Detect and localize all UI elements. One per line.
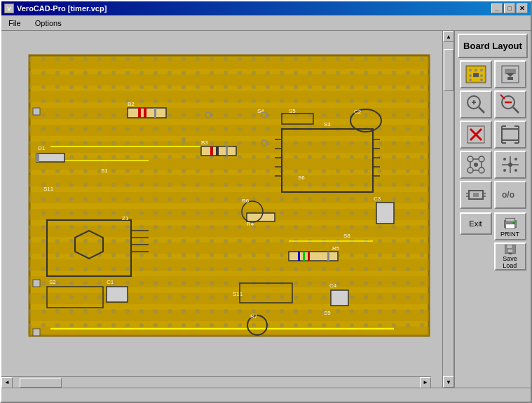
svg-point-130 bbox=[514, 158, 517, 160]
app-icon: V bbox=[4, 4, 14, 13]
close-button[interactable]: ✕ bbox=[517, 4, 528, 13]
svg-rect-96 bbox=[507, 77, 513, 80]
svg-line-100 bbox=[479, 107, 484, 113]
window-frame: V VeroCAD-Pro [timer.vcp] _ □ ✕ File Opt… bbox=[0, 0, 532, 403]
scroll-down-button[interactable]: ▼ bbox=[443, 376, 454, 388]
svg-rect-11 bbox=[36, 153, 64, 162]
route-icon bbox=[465, 153, 487, 176]
menu-options[interactable]: Options bbox=[31, 18, 66, 29]
grid-icon bbox=[499, 153, 521, 176]
scroll-right-button[interactable]: ► bbox=[420, 377, 431, 388]
svg-line-103 bbox=[513, 107, 519, 113]
h-scrollbar-thumb[interactable] bbox=[20, 378, 62, 388]
svg-point-87 bbox=[469, 74, 472, 77]
svg-point-84 bbox=[469, 69, 472, 71]
svg-text:R6: R6 bbox=[242, 198, 250, 204]
svg-point-85 bbox=[475, 69, 477, 71]
ratio-icon: o/o bbox=[499, 184, 521, 206]
scroll-left-button[interactable]: ◄ bbox=[1, 377, 13, 388]
maximize-button[interactable]: □ bbox=[504, 4, 515, 13]
zoom-in-button[interactable] bbox=[460, 90, 492, 118]
svg-point-86 bbox=[480, 69, 483, 71]
canvas-scroll-area: D1 B2 B3 bbox=[1, 31, 442, 376]
scroll-up-button[interactable]: ▲ bbox=[443, 31, 454, 42]
ratio-button[interactable]: o/o bbox=[494, 181, 526, 209]
import-button[interactable] bbox=[494, 60, 526, 88]
zoom-out-button[interactable] bbox=[494, 90, 526, 118]
svg-text:S8: S8 bbox=[343, 233, 350, 239]
svg-rect-15 bbox=[138, 108, 141, 118]
fit-view-button[interactable] bbox=[494, 121, 526, 149]
save-load-button[interactable]: SaveLoad bbox=[494, 243, 526, 271]
svg-rect-21 bbox=[216, 146, 219, 156]
status-bar bbox=[1, 388, 531, 402]
svg-text:S11: S11 bbox=[43, 186, 54, 192]
svg-rect-62 bbox=[327, 252, 329, 261]
svg-rect-58 bbox=[289, 252, 338, 261]
svg-text:Z1: Z1 bbox=[122, 215, 129, 221]
svg-rect-145 bbox=[507, 245, 512, 248]
svg-text:S2: S2 bbox=[49, 279, 56, 285]
svg-point-131 bbox=[503, 169, 506, 172]
menu-bar: File Options bbox=[1, 15, 531, 31]
svg-point-128 bbox=[508, 163, 512, 167]
exit-button[interactable]: Exit bbox=[460, 212, 492, 235]
spacer bbox=[460, 243, 492, 271]
svg-rect-17 bbox=[154, 108, 156, 118]
svg-rect-141 bbox=[505, 218, 514, 221]
svg-rect-16 bbox=[144, 108, 146, 118]
svg-rect-60 bbox=[303, 252, 305, 261]
main-area: D1 B2 B3 bbox=[1, 31, 531, 388]
pcb-board: D1 B2 B3 bbox=[8, 38, 436, 376]
toolbar-row-1 bbox=[458, 60, 528, 88]
svg-point-117 bbox=[468, 156, 473, 162]
vertical-scrollbar[interactable]: ▲ ▼ bbox=[442, 31, 453, 388]
toolbar-row-5: o/o bbox=[458, 181, 528, 209]
toolbar-row-2 bbox=[458, 90, 528, 118]
svg-text:o/o: o/o bbox=[502, 190, 514, 200]
no-connect-button[interactable] bbox=[460, 121, 492, 149]
zoom-out-icon bbox=[499, 93, 521, 116]
v-scrollbar-thumb[interactable] bbox=[444, 49, 453, 91]
svg-rect-138 bbox=[473, 193, 479, 197]
right-toolbar: Board Layout bbox=[453, 31, 531, 388]
svg-rect-61 bbox=[308, 252, 310, 261]
svg-text:C2: C2 bbox=[354, 109, 362, 115]
svg-point-120 bbox=[479, 168, 484, 173]
svg-rect-108 bbox=[502, 129, 519, 140]
import-icon bbox=[499, 63, 521, 86]
svg-rect-79 bbox=[33, 108, 40, 115]
svg-text:C1: C1 bbox=[107, 279, 114, 285]
circuit-view-icon bbox=[465, 63, 487, 86]
circuit-view-button[interactable] bbox=[460, 60, 492, 88]
svg-text:S9: S9 bbox=[324, 310, 331, 316]
svg-rect-146 bbox=[507, 250, 513, 253]
svg-text:R5: R5 bbox=[332, 245, 340, 252]
svg-point-125 bbox=[474, 163, 478, 167]
svg-text:B3: B3 bbox=[201, 139, 208, 146]
print-label: PRINT bbox=[500, 231, 519, 238]
fit-view-icon bbox=[499, 123, 521, 146]
horizontal-scrollbar[interactable]: ◄ ► bbox=[1, 376, 431, 388]
save-icon bbox=[500, 244, 520, 254]
minimize-button[interactable]: _ bbox=[491, 4, 503, 13]
printer-icon bbox=[500, 216, 520, 230]
svg-rect-54 bbox=[107, 287, 128, 302]
menu-file[interactable]: File bbox=[4, 18, 25, 29]
component-button[interactable] bbox=[460, 181, 492, 209]
no-connect-icon bbox=[465, 123, 487, 146]
board-layout-button[interactable]: Board Layout bbox=[458, 34, 528, 58]
v-scrollbar-track bbox=[443, 42, 453, 376]
route-button[interactable] bbox=[460, 151, 492, 179]
svg-text:S4: S4 bbox=[257, 108, 264, 114]
toolbar-row-3 bbox=[458, 121, 528, 149]
print-button[interactable]: PRINT bbox=[494, 212, 526, 240]
svg-text:C3: C3 bbox=[374, 196, 381, 202]
svg-text:S1: S1 bbox=[101, 168, 108, 174]
toolbar-row-saveload: SaveLoad bbox=[458, 243, 528, 271]
svg-point-77 bbox=[182, 137, 186, 142]
svg-rect-14 bbox=[128, 108, 166, 118]
grid-button[interactable] bbox=[494, 151, 526, 179]
svg-point-90 bbox=[469, 78, 472, 81]
svg-rect-142 bbox=[505, 224, 514, 228]
